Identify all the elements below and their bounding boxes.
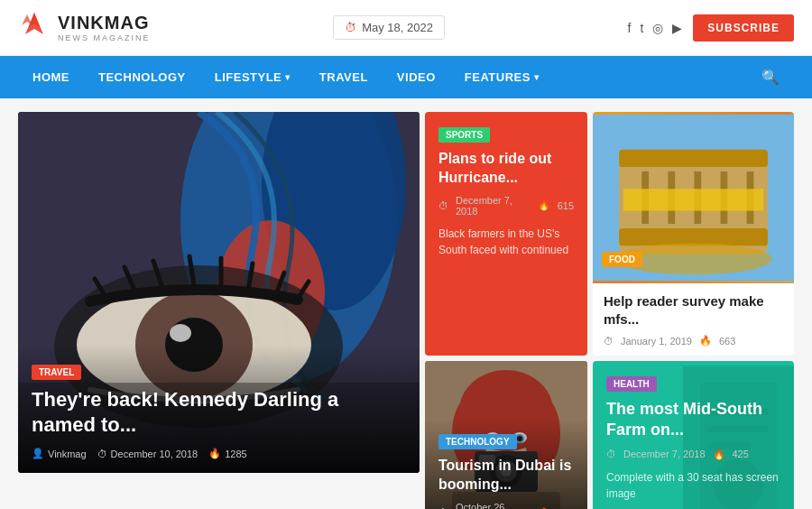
navigation: HOME TECHNOLOGY LIFESTYLE ▾ TRAVEL VIDEO… bbox=[0, 56, 812, 98]
publish-date: December 10, 2018 bbox=[111, 449, 198, 459]
tech-article[interactable]: TECHNOLOGY Tourism in Dubai is booming..… bbox=[425, 361, 587, 509]
sports-article[interactable]: SPORTS Plans to ride out Hurricane... ⏱ … bbox=[425, 112, 587, 356]
featured-article[interactable]: TRAVEL They're back! Kennedy Darling a n… bbox=[18, 112, 420, 473]
article-excerpt: Black farmers in the US's South faced wi… bbox=[438, 226, 574, 258]
author-name: Vinkmag bbox=[48, 449, 87, 459]
article-title: They're back! Kennedy Darling a named to… bbox=[32, 387, 406, 439]
facebook-icon[interactable]: f bbox=[628, 21, 632, 35]
category-tag: TRAVEL bbox=[32, 365, 81, 380]
food-article[interactable]: FOOD Help reader survey make mfs... ⏱ Ja… bbox=[593, 112, 794, 356]
fire-icon: 🔥 bbox=[713, 449, 725, 460]
nav-features[interactable]: FEATURES ▾ bbox=[450, 58, 554, 97]
site-name: VINKMAG bbox=[58, 13, 151, 33]
publish-date: December 7, 2018 bbox=[456, 195, 531, 217]
view-count: 663 bbox=[719, 336, 735, 347]
article-title: The most Mid-South Farm on... bbox=[606, 399, 780, 441]
fire-icon: 🔥 bbox=[699, 335, 712, 347]
main-content: TRAVEL They're back! Kennedy Darling a n… bbox=[0, 98, 812, 509]
nav-travel[interactable]: TRAVEL bbox=[305, 58, 383, 97]
article-title: Tourism in Dubai is booming... bbox=[438, 457, 574, 495]
article-meta: ⏱ January 1, 2019 🔥 663 bbox=[604, 335, 783, 347]
nav-lifestyle[interactable]: LIFESTYLE ▾ bbox=[200, 58, 305, 97]
date-display: ⏱ May 18, 2022 bbox=[333, 15, 445, 40]
search-icon[interactable]: 🔍 bbox=[747, 56, 794, 98]
nav-home[interactable]: HOME bbox=[18, 58, 84, 97]
category-tag: HEALTH bbox=[606, 376, 657, 392]
big-card-overlay: TRAVEL They're back! Kennedy Darling a n… bbox=[18, 345, 420, 473]
nav-technology[interactable]: TECHNOLOGY bbox=[84, 58, 200, 97]
article-meta: 👤 Vinkmag ⏱ December 10, 2018 🔥 1285 bbox=[32, 448, 406, 459]
person-icon: 👤 bbox=[32, 448, 44, 459]
fire-icon: 🔥 bbox=[538, 199, 550, 211]
logo-text: VINKMAG NEWS MAGAZINE bbox=[58, 13, 151, 42]
site-tagline: NEWS MAGAZINE bbox=[58, 33, 151, 42]
header-right: f t ◎ ▶ SUBSCRIBE bbox=[628, 14, 794, 42]
category-tag: FOOD bbox=[602, 252, 642, 267]
current-date: May 18, 2022 bbox=[362, 21, 433, 34]
publish-date: December 7, 2018 bbox=[623, 449, 706, 459]
article-title: Help reader survey make mfs... bbox=[604, 292, 783, 328]
fire-icon: 🔥 bbox=[208, 448, 221, 459]
nav-video[interactable]: VIDEO bbox=[383, 58, 450, 97]
youtube-icon[interactable]: ▶ bbox=[672, 21, 682, 35]
article-meta: ⏱ December 7, 2018 🔥 615 bbox=[438, 195, 574, 217]
views-meta: 🔥 1285 bbox=[208, 448, 246, 459]
clock-icon: ⏱ bbox=[604, 336, 614, 347]
article-meta: ⏱ October 26, 2018 🔥 244 bbox=[438, 502, 574, 509]
svg-point-9 bbox=[170, 324, 191, 342]
social-icons: f t ◎ ▶ bbox=[628, 21, 683, 35]
svg-rect-22 bbox=[619, 150, 768, 167]
svg-rect-29 bbox=[623, 189, 763, 210]
health-content: HEALTH The most Mid-South Farm on... ⏱ D… bbox=[606, 375, 780, 502]
food-tag-overlay: FOOD bbox=[602, 250, 642, 274]
publish-date: October 26, 2018 bbox=[456, 502, 531, 509]
subscribe-button[interactable]: SUBSCRIBE bbox=[693, 14, 794, 42]
clock-icon: ⏱ bbox=[97, 449, 107, 459]
tech-overlay: TECHNOLOGY Tourism in Dubai is booming..… bbox=[425, 419, 587, 509]
article-meta: ⏱ December 7, 2018 🔥 425 bbox=[606, 449, 780, 460]
chevron-down-icon: ▾ bbox=[285, 72, 291, 82]
article-grid: TRAVEL They're back! Kennedy Darling a n… bbox=[18, 112, 794, 509]
category-tag: SPORTS bbox=[438, 127, 490, 143]
article-title: Plans to ride out Hurricane... bbox=[438, 150, 574, 188]
twitter-icon[interactable]: t bbox=[640, 21, 643, 35]
food-image: FOOD bbox=[593, 112, 794, 283]
header: VINKMAG NEWS MAGAZINE ⏱ May 18, 2022 f t… bbox=[0, 0, 812, 56]
food-content: Help reader survey make mfs... ⏱ January… bbox=[593, 283, 794, 356]
chevron-down-icon: ▾ bbox=[534, 72, 540, 82]
view-count: 425 bbox=[733, 449, 749, 459]
clock-icon: ⏱ bbox=[438, 200, 448, 211]
logo[interactable]: VINKMAG NEWS MAGAZINE bbox=[18, 9, 151, 46]
category-tag: TECHNOLOGY bbox=[438, 434, 517, 449]
health-article[interactable]: HEALTH The most Mid-South Farm on... ⏱ D… bbox=[593, 361, 794, 509]
publish-date: January 1, 2019 bbox=[621, 336, 692, 347]
date-meta: ⏱ December 10, 2018 bbox=[97, 449, 198, 459]
clock-icon: ⏱ bbox=[606, 449, 616, 459]
author-meta: 👤 Vinkmag bbox=[32, 448, 87, 459]
view-count: 1285 bbox=[225, 449, 246, 459]
view-count: 615 bbox=[558, 200, 574, 211]
article-excerpt: Complete with a 30 seat has screen image bbox=[606, 469, 780, 502]
clock-icon: ⏱ bbox=[345, 21, 356, 34]
logo-icon bbox=[18, 9, 51, 46]
instagram-icon[interactable]: ◎ bbox=[652, 21, 663, 35]
